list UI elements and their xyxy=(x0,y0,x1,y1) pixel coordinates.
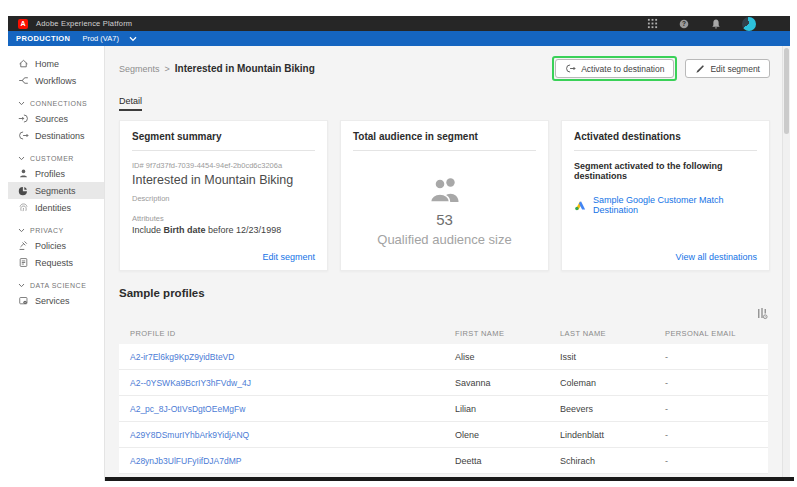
tab-detail[interactable]: Detail xyxy=(119,96,142,111)
google-destination-icon xyxy=(574,199,586,212)
app-window: A Adobe Experience Platform ? PRODUCTION… xyxy=(8,16,790,481)
main-content: Segments > Interested in Mountain Biking… xyxy=(105,46,790,477)
attribute-prefix: Include xyxy=(132,225,161,235)
attributes-label: Attributes xyxy=(132,214,315,223)
profile-id-link[interactable]: A29Y8DSmurIYhbArk9YidjANQ xyxy=(130,430,455,440)
view-all-destinations-link[interactable]: View all destinations xyxy=(676,252,757,262)
profile-id-link[interactable]: A2-ir7El6kg9KpZ9yidBteVD xyxy=(130,352,455,362)
activate-destination-icon xyxy=(565,63,576,74)
last-name-cell: Schirach xyxy=(560,456,665,466)
first-name-cell: Lilian xyxy=(455,404,560,414)
sidebar-section-privacy[interactable]: PRIVACY xyxy=(8,223,104,237)
activate-button-label: Activate to destination xyxy=(581,64,664,74)
sidebar-item-policies[interactable]: Policies xyxy=(8,237,104,254)
sidebar-item-requests[interactable]: Requests xyxy=(8,254,104,271)
destination-link-row[interactable]: Sample Google Customer Match Destination xyxy=(574,195,757,215)
chevron-down-icon xyxy=(18,283,25,288)
sidebar-item-label: Segments xyxy=(35,186,76,196)
personal-email-cell: - xyxy=(665,404,768,414)
sidebar-item-services[interactable]: Services xyxy=(8,292,104,309)
last-name-cell: Issit xyxy=(560,352,665,362)
column-header-last-name[interactable]: LAST NAME xyxy=(560,329,665,338)
environment-bar: PRODUCTION Prod (VA7) xyxy=(8,31,790,46)
sidebar-item-label: Services xyxy=(35,296,70,306)
help-icon[interactable]: ? xyxy=(678,18,690,30)
page-header: Segments > Interested in Mountain Biking… xyxy=(105,46,790,81)
last-name-cell: Beevers xyxy=(560,404,665,414)
sidebar-item-home[interactable]: Home xyxy=(8,55,104,72)
sidebar-item-sources[interactable]: Sources xyxy=(8,110,104,127)
sample-profiles-title: Sample profiles xyxy=(119,287,768,299)
notifications-bell-icon[interactable] xyxy=(710,18,722,30)
sidebar-item-label: Sources xyxy=(35,114,68,124)
personal-email-cell: - xyxy=(665,352,768,362)
profile-id-link[interactable]: A2--0YSWKa9BcrIY3hFVdw_4J xyxy=(130,378,455,388)
sidebar-item-workflows[interactable]: Workflows xyxy=(8,72,104,89)
breadcrumb-separator: > xyxy=(165,64,170,74)
sidebar-section-connections[interactable]: CONNECTIONS xyxy=(8,96,104,110)
table-row[interactable]: A28ynJb3UlFUFyIifDJA7dMP Deetta Schirach… xyxy=(119,448,768,474)
audience-people-icon xyxy=(427,175,463,202)
edit-segment-button[interactable]: Edit segment xyxy=(685,59,770,78)
last-name-cell: Coleman xyxy=(560,378,665,388)
sidebar-item-profiles[interactable]: Profiles xyxy=(8,165,104,182)
column-header-first-name[interactable]: FIRST NAME xyxy=(455,329,560,338)
first-name-cell: Alise xyxy=(455,352,560,362)
table-row[interactable]: A29Y8DSmurIYhbArk9YidjANQ Olene Lindenbl… xyxy=(119,422,768,448)
edit-button-label: Edit segment xyxy=(710,64,760,74)
org-switcher[interactable]: Prod (VA7) xyxy=(82,34,137,43)
profile-id-link[interactable]: A2_pc_8J-OtIVsDgtOEeMgFw xyxy=(130,404,455,414)
profile-id-link[interactable]: A28ynJb3UlFUFyIifDJA7dMP xyxy=(130,456,455,466)
personal-email-cell: - xyxy=(665,430,768,440)
segment-id: ID# 9f7d37fd-7039-4454-94ef-2b0cd6c3206a xyxy=(132,161,315,170)
card-title: Segment summary xyxy=(132,131,315,151)
sidebar-item-identities[interactable]: Identities xyxy=(8,199,104,216)
activate-to-destination-button[interactable]: Activate to destination xyxy=(555,59,674,78)
card-title: Activated destinations xyxy=(574,131,757,151)
sidebar-section-label: CUSTOMER xyxy=(30,155,74,162)
chevron-down-icon xyxy=(129,36,137,42)
card-title: Total audience in segment xyxy=(353,131,536,151)
page-title: Interested in Mountain Biking xyxy=(175,63,315,74)
user-avatar[interactable] xyxy=(742,17,756,31)
attribute-suffix: before 12/23/1998 xyxy=(208,225,281,235)
sidebar-item-destinations[interactable]: Destinations xyxy=(8,127,104,144)
home-icon xyxy=(18,58,29,69)
activated-destinations-card: Activated destinations Segment activated… xyxy=(561,120,770,271)
scrollbar-thumb[interactable] xyxy=(784,48,789,134)
column-header-personal-email[interactable]: PERSONAL EMAIL xyxy=(665,329,768,338)
app-title: Adobe Experience Platform xyxy=(36,19,132,28)
vertical-scrollbar[interactable] xyxy=(782,46,790,477)
table-row[interactable]: A2_pc_8J-OtIVsDgtOEeMgFw Lilian Beevers … xyxy=(119,396,768,422)
sidebar-section-data-science[interactable]: DATA SCIENCE xyxy=(8,278,104,292)
header-actions: Activate to destination Edit segment xyxy=(552,56,770,81)
first-name-cell: Olene xyxy=(455,430,560,440)
edit-segment-link[interactable]: Edit segment xyxy=(262,252,315,262)
svg-text:?: ? xyxy=(682,20,686,27)
org-name: Prod (VA7) xyxy=(82,34,119,43)
sources-icon xyxy=(18,113,29,124)
first-name-cell: Deetta xyxy=(455,456,560,466)
chevron-down-icon xyxy=(18,101,25,106)
chevron-down-icon xyxy=(18,156,25,161)
column-settings-icon[interactable] xyxy=(756,307,768,321)
sidebar-item-label: Profiles xyxy=(35,169,65,179)
destinations-icon xyxy=(18,130,29,141)
apps-grid-icon[interactable] xyxy=(647,18,658,29)
breadcrumb: Segments > Interested in Mountain Biking xyxy=(119,63,315,74)
left-nav-sidebar: Home Workflows CONNECTIONS Sources Desti… xyxy=(8,46,105,481)
qualified-audience-count: 53 xyxy=(353,211,536,228)
profiles-icon xyxy=(18,168,29,179)
column-header-profile-id[interactable]: PROFILE ID xyxy=(130,329,455,338)
chevron-down-icon xyxy=(18,228,25,233)
attribute-rule: Include Birth date before 12/23/1998 xyxy=(132,225,315,235)
destinations-subtitle: Segment activated to the following desti… xyxy=(574,161,757,181)
table-row[interactable]: A2--0YSWKa9BcrIY3hFVdw_4J Savanna Colema… xyxy=(119,370,768,396)
sidebar-item-segments[interactable]: Segments xyxy=(8,182,104,199)
sidebar-section-customer[interactable]: CUSTOMER xyxy=(8,151,104,165)
sample-profiles-section: Sample profiles PROFILE ID FIRST NAME LA… xyxy=(119,287,768,474)
total-audience-card: Total audience in segment 53 Qualified a… xyxy=(340,120,549,271)
sidebar-item-label: Identities xyxy=(35,203,71,213)
table-row[interactable]: A2-ir7El6kg9KpZ9yidBteVD Alise Issit - xyxy=(119,344,768,370)
breadcrumb-root[interactable]: Segments xyxy=(119,64,160,74)
